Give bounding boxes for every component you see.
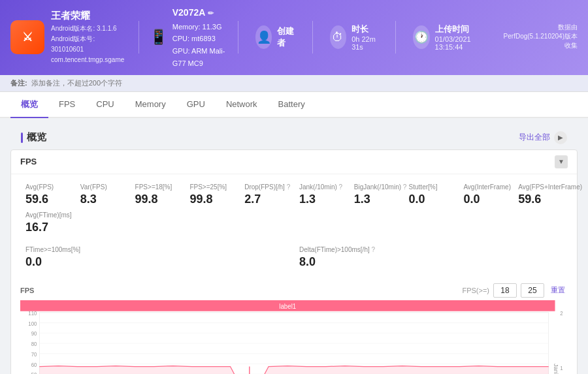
duration-value: 0h 22m 31s (351, 35, 378, 51)
divider-3 (312, 21, 313, 54)
device-icon: 📱 (150, 29, 167, 46)
android-version: Android版本名: 3.1.1.6 (51, 23, 128, 34)
upload-text: 上传时间 01/03/2021 13:15:44 (435, 23, 483, 51)
svg-text:90: 90 (31, 331, 37, 337)
game-info: ⚔ 王者荣耀 Android版本名: 3.1.1.6 Android版本号: 3… (10, 10, 128, 65)
overview-header: 概览 导出全部 ▶ (10, 126, 578, 149)
fps-section-header: FPS ▼ (11, 150, 577, 174)
nav-tabs: 概览 FPS CPU Memory GPU Network Battery (0, 92, 588, 118)
source-info: 数据由PerfDog(5.1.210204)版本收集 (499, 23, 578, 52)
game-title: 王者荣耀 (51, 10, 128, 22)
duration-label: 时长 (351, 23, 378, 35)
clock-icon: ⏱ (330, 25, 347, 49)
svg-text:80: 80 (31, 341, 37, 347)
upload-stat: 🕐 上传时间 01/03/2021 13:15:44 (406, 23, 489, 51)
stat-stutter: Stutter[%] 0.0 (404, 181, 459, 209)
svg-text:50: 50 (31, 372, 37, 374)
svg-text:110: 110 (28, 310, 37, 316)
svg-text:70: 70 (31, 351, 37, 357)
stat-avg-fps: Avg(FPS) 59.6 (20, 181, 75, 209)
memory-info: Memory: 11.3G (172, 21, 227, 33)
fps-collapse-button[interactable]: ▼ (555, 155, 568, 168)
tab-overview[interactable]: 概览 (10, 92, 48, 118)
cpu-info: CPU: mt6893 (172, 33, 227, 45)
main-content: 概览 导出全部 ▶ FPS ▼ Avg(FPS) 59.6 Var(FPS) 8… (0, 118, 588, 374)
stat-big-jank: BigJank(/10min) ? 1.3 (349, 181, 404, 209)
stat-drop-fps: Drop(FPS)[/h] ? 2.7 (239, 181, 294, 209)
divider-2 (238, 21, 238, 54)
fps-reset-button[interactable]: 重置 (548, 284, 568, 296)
android-code: Android版本号: 301010601 (51, 34, 128, 55)
fps-chart: label1 110 (20, 300, 568, 374)
game-icon: ⚔ (10, 20, 44, 54)
note-bar: 备注: (0, 75, 588, 92)
fps-stats-grid: Avg(FPS) 59.6 Var(FPS) 8.3 FPS>=18[%] 99… (11, 174, 577, 241)
note-input[interactable] (31, 79, 578, 87)
svg-text:1: 1 (560, 365, 563, 371)
tab-cpu[interactable]: CPU (86, 93, 124, 117)
duration-text: 时长 0h 22m 31s (351, 23, 378, 51)
tab-network[interactable]: Network (216, 93, 268, 117)
svg-text:label1: label1 (279, 302, 296, 309)
stat-avg-ftime: Avg(FTime)[ms] 16.7 (20, 209, 568, 237)
fps-section-title: FPS (20, 157, 37, 166)
creator-icon: 👤 (255, 25, 272, 49)
divider-4 (395, 21, 396, 54)
upload-label: 上传时间 (435, 23, 483, 35)
stat-avg-fps-interframe: Avg(FPS+InterFrame) 59.6 (513, 181, 568, 209)
collapse-overview-button[interactable]: ▶ (554, 131, 567, 144)
upload-icon: 🕐 (413, 25, 430, 49)
chart-header: FPS FPS(>=) 重置 (20, 283, 568, 298)
tab-gpu[interactable]: GPU (176, 93, 216, 117)
fps-chart-svg: label1 110 (20, 300, 568, 374)
creator-text: 创建者 (277, 25, 295, 49)
note-label: 备注: (10, 78, 27, 88)
package-name: com.tencent.tmgp.sgame (51, 55, 128, 65)
svg-text:60: 60 (31, 362, 37, 367)
fps-chart-container: FPS FPS(>=) 重置 label1 (11, 278, 577, 374)
gpu-info: GPU: ARM Mali-G77 MC9 (172, 45, 227, 69)
tab-memory[interactable]: Memory (125, 93, 176, 117)
overview-title: 概览 (21, 131, 46, 144)
upload-value: 01/03/2021 13:15:44 (435, 35, 483, 51)
fps-threshold-input-2[interactable] (521, 283, 544, 298)
fps-threshold-control: FPS(>=) 重置 (462, 283, 568, 298)
svg-marker-31 (39, 366, 549, 374)
app-header: ⚔ 王者荣耀 Android版本名: 3.1.1.6 Android版本号: 3… (0, 0, 588, 75)
divider-1 (139, 21, 139, 54)
stat-delta-ftime: Delta(FTime)>100ms[/h] ? 8.0 (294, 243, 568, 272)
creator-stat: 👤 创建者 (249, 25, 302, 49)
device-text: V2072A ✏ Memory: 11.3G CPU: mt6893 GPU: … (172, 5, 227, 70)
svg-text:2: 2 (560, 310, 563, 316)
export-button[interactable]: 导出全部 (519, 132, 550, 143)
device-name: V2072A ✏ (172, 5, 227, 21)
fps-threshold-input-1[interactable] (493, 283, 517, 298)
stat-fps-18: FPS>=18[%] 99.8 (130, 181, 185, 209)
stat-avg-interframe: Avg(InterFrame) 0.0 (458, 181, 513, 209)
tab-fps[interactable]: FPS (48, 93, 86, 117)
svg-text:Jank: Jank (553, 363, 559, 374)
fps-section: FPS ▼ Avg(FPS) 59.6 Var(FPS) 8.3 FPS>=18… (10, 149, 578, 374)
stat-jank: Jank(/10min) ? 1.3 (294, 181, 349, 209)
game-text: 王者荣耀 Android版本名: 3.1.1.6 Android版本号: 301… (51, 10, 128, 65)
fps-stats-row2: FTime>=100ms[%] 0.0 Delta(FTime)>100ms[/… (11, 241, 577, 278)
stat-var-fps: Var(FPS) 8.3 (75, 181, 130, 209)
stat-ftime-100: FTime>=100ms[%] 0.0 (20, 243, 294, 272)
svg-text:100: 100 (28, 320, 37, 326)
duration-stat: ⏱ 时长 0h 22m 31s (323, 23, 385, 51)
stat-fps-25: FPS>=25[%] 99.8 (184, 181, 239, 209)
device-info: 📱 V2072A ✏ Memory: 11.3G CPU: mt6893 GPU… (150, 5, 227, 70)
creator-label: 创建者 (277, 25, 295, 49)
chart-label: FPS (20, 287, 34, 294)
tab-battery[interactable]: Battery (268, 93, 316, 117)
